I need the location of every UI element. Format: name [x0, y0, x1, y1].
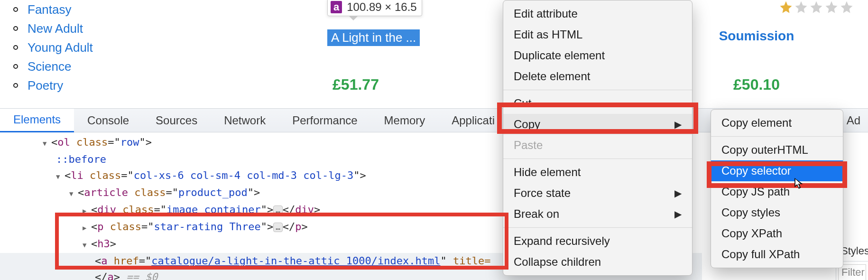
star-rating	[779, 0, 854, 14]
expand-toggle-icon[interactable]	[56, 168, 65, 185]
tab-console[interactable]: Console	[74, 109, 142, 132]
menu-item-cut[interactable]: Cut	[503, 93, 692, 114]
expand-toggle-icon[interactable]	[83, 219, 91, 236]
tab-sources[interactable]: Sources	[142, 109, 211, 132]
product-price: £51.77	[275, 76, 436, 93]
context-menu: Edit attribute Edit as HTML Duplicate el…	[503, 0, 693, 276]
menu-separator	[503, 90, 692, 90]
submenu-item-copy-styles[interactable]: Copy styles	[711, 202, 843, 223]
element-dimensions-tooltip: a 100.89 × 16.5	[327, 0, 422, 16]
sidebar-item-science[interactable]: Science	[9, 57, 209, 76]
expand-toggle-icon[interactable]	[83, 236, 91, 253]
star-icon	[840, 0, 854, 14]
star-icon	[809, 0, 823, 14]
menu-item-collapse-children[interactable]: Collapse children	[503, 252, 692, 272]
bullet-icon	[13, 7, 18, 12]
expand-toggle-icon[interactable]	[69, 185, 78, 202]
submenu-item-copy-selector[interactable]: Copy selector	[711, 160, 843, 181]
menu-item-delete-element[interactable]: Delete element	[503, 66, 692, 87]
chevron-right-icon: ▶	[674, 187, 682, 199]
menu-separator	[503, 159, 692, 159]
sidebar-link[interactable]: Young Adult	[28, 40, 93, 55]
tab-memory[interactable]: Memory	[371, 109, 439, 132]
tab-application[interactable]: Applicati	[438, 109, 508, 132]
submenu-item-copy-full-xpath[interactable]: Copy full XPath	[711, 244, 843, 265]
submenu-item-copy-js-path[interactable]: Copy JS path	[711, 181, 843, 202]
tab-performance[interactable]: Performance	[279, 109, 370, 132]
expand-toggle-icon[interactable]	[43, 134, 51, 151]
submenu-item-copy-outerhtml[interactable]: Copy outerHTML	[711, 140, 843, 160]
chevron-right-icon: ▶	[674, 119, 682, 130]
tooltip-dimensions: 100.89 × 16.5	[347, 0, 416, 14]
sidebar-item-poetry[interactable]: Poetry	[9, 76, 209, 95]
category-sidebar: Fantasy New Adult Young Adult Science Po…	[9, 0, 209, 95]
sidebar-item-new-adult[interactable]: New Adult	[9, 19, 209, 38]
star-icon	[779, 0, 793, 14]
chevron-right-icon: ▶	[674, 208, 682, 220]
tab-network[interactable]: Network	[211, 109, 279, 132]
ellipsis-icon[interactable]: …	[273, 223, 283, 232]
page-content: Fantasy New Adult Young Adult Science Po…	[0, 0, 868, 108]
bullet-icon	[13, 83, 18, 88]
star-icon	[794, 0, 808, 14]
bullet-icon	[13, 45, 18, 50]
star-icon	[824, 0, 839, 14]
ellipsis-icon[interactable]: …	[273, 205, 283, 215]
tab-elements[interactable]: Elements	[0, 109, 74, 132]
menu-item-paste: Paste	[503, 135, 692, 156]
bullet-icon	[13, 64, 18, 69]
menu-item-edit-attribute[interactable]: Edit attribute	[503, 3, 692, 24]
sidebar-item-young-adult[interactable]: Young Adult	[9, 38, 209, 57]
menu-item-copy[interactable]: Copy▶	[503, 114, 692, 135]
menu-item-edit-as-html[interactable]: Edit as HTML	[503, 24, 692, 45]
inspected-link-highlight[interactable]: A Light in the ...	[327, 29, 420, 46]
menu-item-expand-recursively[interactable]: Expand recursively	[503, 231, 692, 252]
submenu-item-copy-xpath[interactable]: Copy XPath	[711, 223, 843, 244]
expand-toggle-icon[interactable]	[83, 202, 91, 219]
context-submenu-copy: Copy element Copy outerHTML Copy selecto…	[711, 109, 843, 268]
menu-item-break-on[interactable]: Break on▶	[503, 204, 692, 224]
sidebar-link[interactable]: Poetry	[28, 78, 63, 93]
sidebar-link[interactable]: Science	[28, 59, 72, 74]
tooltip-tag-badge: a	[331, 1, 342, 13]
submenu-item-copy-element[interactable]: Copy element	[711, 112, 843, 133]
menu-item-hide-element[interactable]: Hide element	[503, 162, 692, 183]
menu-separator	[711, 136, 843, 137]
menu-separator	[503, 227, 692, 228]
bullet-icon	[13, 26, 18, 31]
sidebar-item-fantasy[interactable]: Fantasy	[9, 0, 209, 19]
menu-item-force-state[interactable]: Force state▶	[503, 183, 692, 204]
menu-item-duplicate-element[interactable]: Duplicate element	[503, 45, 692, 66]
sidebar-link[interactable]: Fantasy	[28, 2, 72, 17]
sidebar-link[interactable]: New Adult	[28, 21, 83, 36]
